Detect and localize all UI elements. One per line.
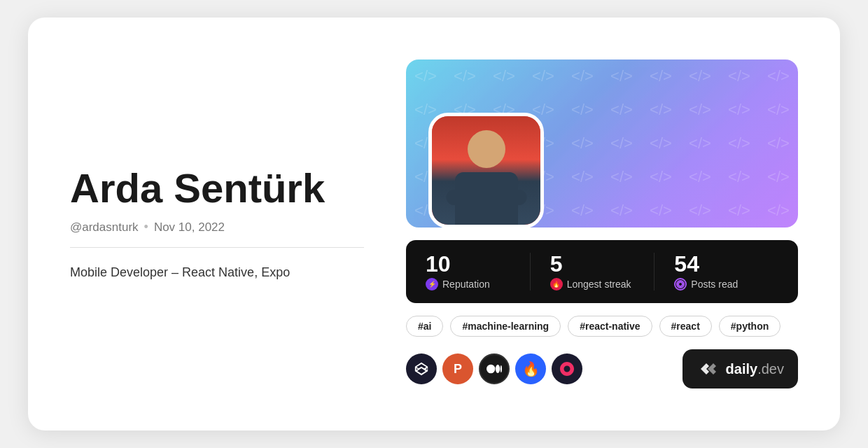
person-head — [468, 130, 505, 168]
tag-react[interactable]: #react — [659, 316, 712, 337]
join-date: Nov 10, 2022 — [154, 220, 225, 234]
posts-label: Posts read — [674, 278, 778, 290]
tag-react-native[interactable]: #react-native — [568, 316, 652, 337]
divider — [70, 247, 364, 248]
streak-value: 5 — [550, 253, 654, 275]
stat-reputation: 10 ⚡ Reputation — [426, 253, 530, 290]
daily-logo-icon — [696, 358, 719, 380]
profile-banner: </></></></></></></></></></> </></></>… — [406, 59, 798, 227]
right-section: </></></></></></></></></></> </></></>… — [406, 59, 798, 388]
tag-ai[interactable]: #ai — [406, 316, 443, 337]
user-name: Arda Sentürk — [70, 166, 364, 211]
bottom-row: P 🔥 daily.dev — [406, 349, 798, 388]
tags-section: #ai #machine-learning #react-native #rea… — [406, 316, 798, 337]
profile-card: Arda Sentürk @ardasnturk • Nov 10, 2022 … — [28, 18, 840, 430]
posts-value: 54 — [674, 253, 778, 275]
posts-icon — [674, 278, 687, 290]
tag-ml[interactable]: #machine-learning — [450, 316, 561, 337]
source-codepen[interactable] — [406, 354, 437, 384]
source-medium[interactable] — [479, 354, 510, 384]
tag-python[interactable]: #python — [719, 316, 780, 337]
reputation-label: ⚡ Reputation — [426, 278, 530, 290]
daily-dev-badge: daily.dev — [682, 349, 798, 388]
source-hashnode[interactable]: 🔥 — [515, 354, 546, 384]
streak-icon: 🔥 — [550, 278, 563, 290]
user-meta: @ardasnturk • Nov 10, 2022 — [70, 220, 364, 234]
source-producthunt[interactable]: P — [442, 354, 473, 384]
stat-streak: 5 🔥 Longest streak — [530, 253, 654, 290]
stat-posts: 54 Posts read — [654, 253, 778, 290]
reputation-value: 10 — [426, 253, 530, 275]
person-body — [455, 172, 518, 225]
avatar-wrapper — [428, 92, 547, 227]
user-handle: @ardasnturk — [70, 220, 139, 234]
reputation-icon: ⚡ — [426, 278, 438, 290]
separator-dot: • — [144, 220, 148, 234]
left-section: Arda Sentürk @ardasnturk • Nov 10, 2022 … — [70, 166, 364, 283]
user-bio: Mobile Developer – React Native, Expo — [70, 263, 364, 282]
source-icons: P 🔥 — [406, 354, 582, 384]
streak-label: 🔥 Longest streak — [550, 278, 654, 290]
daily-brand-suffix: .dev — [757, 361, 784, 377]
stats-row: 10 ⚡ Reputation 5 🔥 Longest streak 54 — [406, 240, 798, 303]
avatar — [428, 113, 544, 227]
source-appwrite[interactable] — [552, 354, 582, 384]
daily-brand-name: daily.dev — [726, 361, 784, 377]
